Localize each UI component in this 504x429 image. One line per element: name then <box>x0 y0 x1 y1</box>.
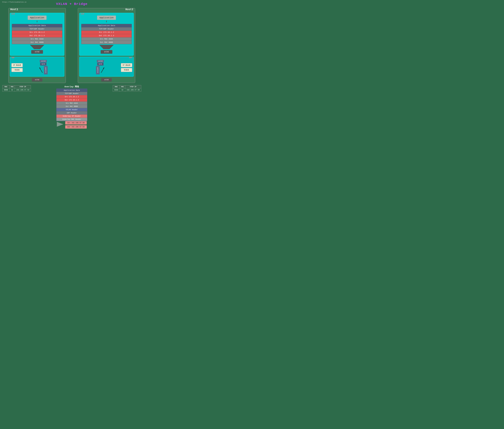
host2-funnel-svg <box>99 45 114 49</box>
underlay-funnel-svg <box>57 121 64 128</box>
host1-neighbor: 邻居表 <box>11 68 23 72</box>
center-pkt-vxlan: VXLAN Header <box>56 108 87 111</box>
host2-vxlan-row: vxlan0 <box>96 66 105 74</box>
mac-table-left-vni: 42 <box>9 88 15 92</box>
host1-arrow-nw <box>39 67 43 74</box>
mac-table-left: MAC VNI VTEP IP BBBB 42 192.168.57.54 <box>2 85 31 92</box>
host2-br0: br0 <box>97 63 104 66</box>
diagram-wrapper: https://fuckcloudnative.io VXLAN + Bridg… <box>0 0 144 130</box>
underlay-funnel-row: Src 192.168.57.50 Dst 192.168.57.54 <box>57 121 87 129</box>
host2-box: Host2 ns0 Application ⬆ Application Data… <box>78 8 135 83</box>
mac-table-right-hdr-vtep: VTEP IP <box>125 85 141 88</box>
host1-pkt-mac-src: Src MAC AAAA <box>12 37 62 41</box>
host2-arrow-ne <box>100 67 105 74</box>
center-pkt-ip-dst: Dst 172.18.1.3 <box>56 98 87 102</box>
host1-label: Host1 <box>10 8 18 11</box>
host1-ns0-inner: Application ⬇ Application Data TCP/UDP H… <box>12 14 62 54</box>
center-packet: Application Data TCP/UDP Header Src 172.… <box>56 88 87 121</box>
host1-arrow-down: ⬇ <box>36 20 38 23</box>
host1-vxlan-row: vxlan0 <box>39 66 48 74</box>
center-pkt-tcp: TCP/UDP Header <box>56 92 87 95</box>
mac-table-left-hdr-vtep: VTEP IP <box>15 85 31 88</box>
mac-table-right-hdr-mac: MAC <box>113 85 120 88</box>
host1-packet-stack: Application Data TCP/UDP Header Src 172.… <box>12 24 62 44</box>
page-title: VXLAN + Bridge <box>0 0 144 7</box>
svg-marker-2 <box>39 68 41 69</box>
underlay-ip-row: Underlay IP Header <box>56 114 87 118</box>
host2-pkt-app-data: Application Data <box>81 24 132 27</box>
host2-ns0-box: ns0 Application ⬆ Application Data TCP/U… <box>79 13 134 56</box>
mac-table-right-vni: 42 <box>120 88 125 92</box>
host1-vrf-label: VRF <box>11 57 15 59</box>
host2-ns0-label: ns0 <box>81 13 84 15</box>
host1-eth0-ns: eth0 <box>31 50 43 54</box>
bottom-section: MAC VNI VTEP IP BBBB 42 192.168.57.54 Ov… <box>0 84 144 130</box>
host2-veth0: veth0 <box>97 60 104 62</box>
host1-veth0: veth0 <box>40 60 47 62</box>
host2-packet-stack: Application Data TCP/UDP Header Src 172.… <box>81 24 132 44</box>
host1-eth0-vrf: eth0 <box>32 78 42 82</box>
mac-table-right-wrap: MAC VNI VTEP IP AAAA 42 192.168.57.50 <box>113 85 141 92</box>
center-pkt-mac-dst: Dst MAC BBBB <box>56 105 87 108</box>
center-pkt-underlay-ip: Underlay IP Header <box>56 114 87 118</box>
mac-table-left-vtep: 192.168.57.54 <box>15 88 31 92</box>
mac-table-left-hdr-vni: VNI <box>9 85 15 88</box>
host2-vxlan0: vxlan0 <box>96 66 100 74</box>
center-pkt-mac-src: Src MAC AAAA <box>56 102 87 105</box>
underlay-dst: Dst 192.168.57.54 <box>65 125 87 129</box>
host2-vrf-tables: IP 路由表 邻居表 <box>121 63 132 72</box>
underlay-src: Src 192.168.57.50 <box>65 121 87 124</box>
mac-table-right: MAC VNI VTEP IP AAAA 42 192.168.57.50 <box>113 85 141 92</box>
mac-table-right-vtep: 192.168.57.50 <box>125 88 141 92</box>
host1-funnel-svg <box>30 45 44 49</box>
host2-arrow-up: ⬆ <box>106 20 108 23</box>
host1-pkt-app-data: Application Data <box>12 24 62 27</box>
host2-eth0-wrap: eth0 <box>101 49 112 54</box>
mac-table-left-hdr-mac: MAC <box>2 85 9 88</box>
underlay-values: Src 192.168.57.50 Dst 192.168.57.54 <box>65 121 87 129</box>
center-pkt-underlay-mac: Underlay MAC Header <box>56 118 87 121</box>
host2-eth0-vrf: eth0 <box>101 78 112 82</box>
host2-eth0-bottom-wrap: eth0 <box>79 77 134 82</box>
overlay-area: Overlay 网络 Application Data TCP/UDP Head… <box>56 85 87 129</box>
host1-ns0-box: ns0 Application ⬇ Application Data TCP/U… <box>10 13 64 56</box>
center-pkt-ip-src: Src 172.18.1.2 <box>56 95 87 98</box>
host2-ns0-inner: Application ⬆ Application Data TCP/UDP H… <box>81 14 132 54</box>
host2-pkt-ip-dst: Dst 172.18.1.3 <box>81 34 132 37</box>
host2-label: Host2 <box>126 8 133 11</box>
host1-funnel <box>30 45 44 49</box>
main-area: Host1 ns0 Application ⬇ Application Data… <box>0 7 144 83</box>
svg-marker-0 <box>30 45 44 49</box>
host1-box: Host1 ns0 Application ⬇ Application Data… <box>8 8 66 83</box>
host2-funnel <box>99 45 114 49</box>
center-pkt-udp: UDP Header <box>56 111 87 114</box>
host1-ip-routing: IP 路由表 <box>11 63 23 67</box>
host1-eth0-bottom-wrap: eth0 <box>10 77 64 82</box>
host2-pkt-ip-src: Src 172.18.1.2 <box>81 31 132 34</box>
host2-pkt-mac-src: Src MAC AAAA <box>81 37 132 41</box>
host1-bridge-area: veth0 br0 vxlan0 <box>24 60 63 75</box>
host1-pkt-ip-dst: Dst 172.18.1.3 <box>12 34 62 37</box>
host2-vrf-label: VRF <box>129 57 132 59</box>
host2-neighbor: 邻居表 <box>121 68 132 72</box>
host2-bridge-area: veth0 br0 vxlan0 <box>81 60 120 75</box>
host2-arrow-ne-svg <box>100 67 105 73</box>
host1-br0: br0 <box>40 63 46 66</box>
center-pkt-app-data: Application Data <box>56 89 87 92</box>
host2-eth0-ns: eth0 <box>101 50 112 54</box>
host1-vrf-box: VRF IP 路由表 邻居表 veth0 br0 <box>10 57 64 77</box>
mac-table-left-mac: BBBB <box>2 88 9 92</box>
mac-table-left-wrap: MAC VNI VTEP IP BBBB 42 192.168.57.54 <box>2 85 31 92</box>
url-label: https://fuckcloudnative.io <box>2 1 27 3</box>
mac-table-right-row: AAAA 42 192.168.57.50 <box>113 88 141 92</box>
host1-pkt-mac-dst: Dst MAC BBBB <box>12 41 62 44</box>
host1-arrow-nw-svg <box>39 67 43 73</box>
svg-marker-5 <box>103 68 104 69</box>
host2-ip-routing: IP 路由表 <box>121 63 132 67</box>
mac-table-right-mac: AAAA <box>113 88 120 92</box>
host1-pkt-tcp: TCP/UDP Header <box>12 27 62 31</box>
host2-vrf-box: VRF veth0 br0 vxlan0 <box>79 57 134 77</box>
host1-ns0-label: ns0 <box>11 13 15 15</box>
svg-marker-6 <box>57 122 63 127</box>
svg-marker-3 <box>99 45 114 49</box>
